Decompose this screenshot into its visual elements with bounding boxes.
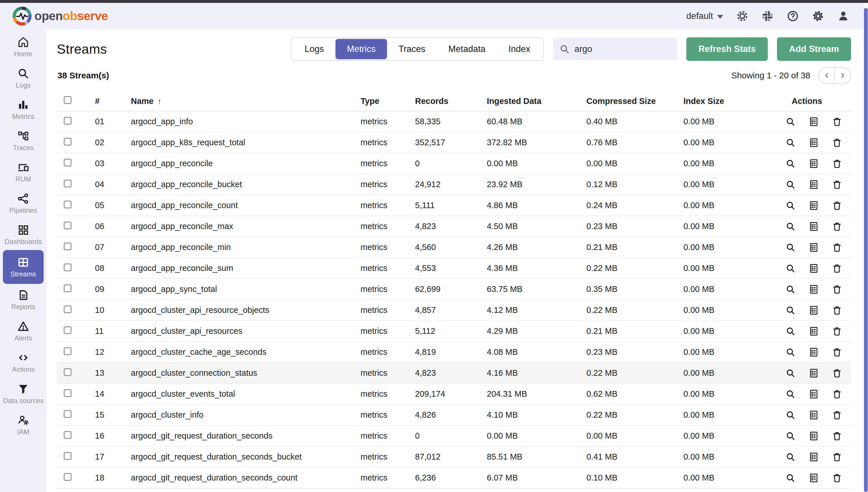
explore-stream-button[interactable]: [785, 347, 796, 358]
stream-schema-button[interactable]: [809, 410, 819, 420]
delete-stream-button[interactable]: [832, 347, 842, 358]
sidebar-item-pipelines[interactable]: Pipelines: [2, 188, 44, 219]
delete-stream-button[interactable]: [832, 179, 842, 190]
delete-stream-button[interactable]: [832, 263, 842, 274]
row-checkbox[interactable]: [64, 410, 72, 418]
row-checkbox[interactable]: [64, 326, 72, 334]
account-button[interactable]: [837, 10, 850, 22]
column-header-name[interactable]: Name↑: [125, 96, 355, 106]
next-page-button[interactable]: [835, 68, 850, 83]
delete-stream-button[interactable]: [832, 242, 842, 253]
tab-metadata[interactable]: Metadata: [437, 39, 497, 59]
sidebar-item-traces[interactable]: Traces: [2, 125, 44, 156]
org-selector-dropdown[interactable]: default: [686, 11, 723, 21]
delete-stream-button[interactable]: [832, 410, 842, 420]
stream-schema-button[interactable]: [809, 431, 819, 441]
row-checkbox[interactable]: [64, 264, 72, 271]
stream-schema-button[interactable]: [809, 368, 819, 378]
delete-stream-button[interactable]: [832, 138, 842, 148]
row-checkbox[interactable]: [64, 159, 72, 167]
stream-schema-button[interactable]: [809, 221, 819, 232]
sidebar-item-dashboards[interactable]: Dashboards: [2, 219, 44, 250]
search-input[interactable]: argo: [553, 38, 677, 60]
stream-schema-button[interactable]: [809, 263, 819, 274]
delete-stream-button[interactable]: [832, 368, 842, 378]
row-checkbox[interactable]: [64, 201, 72, 208]
stream-schema-button[interactable]: [809, 326, 819, 337]
row-checkbox[interactable]: [64, 180, 72, 188]
settings-button[interactable]: [812, 10, 824, 22]
stream-schema-button[interactable]: [809, 158, 819, 169]
stream-schema-button[interactable]: [809, 117, 819, 127]
explore-stream-button[interactable]: [785, 410, 796, 420]
row-checkbox[interactable]: [64, 243, 72, 250]
explore-stream-button[interactable]: [785, 179, 796, 190]
theme-toggle-button[interactable]: [736, 10, 749, 22]
explore-stream-button[interactable]: [785, 368, 796, 378]
stream-schema-button[interactable]: [809, 347, 819, 358]
delete-stream-button[interactable]: [832, 284, 842, 295]
add-stream-button[interactable]: Add Stream: [777, 37, 851, 61]
delete-stream-button[interactable]: [832, 326, 842, 337]
row-checkbox[interactable]: [64, 431, 72, 439]
tab-logs[interactable]: Logs: [293, 39, 335, 59]
explore-stream-button[interactable]: [785, 138, 796, 148]
delete-stream-button[interactable]: [832, 389, 842, 399]
stream-schema-button[interactable]: [809, 452, 819, 462]
sidebar-item-metrics[interactable]: Metrics: [2, 94, 44, 125]
refresh-stats-button[interactable]: Refresh Stats: [686, 37, 768, 61]
scrollbar-thumb[interactable]: [864, 8, 868, 492]
select-all-checkbox[interactable]: [64, 96, 72, 104]
sidebar-item-logs[interactable]: Logs: [2, 62, 44, 94]
tab-metrics[interactable]: Metrics: [336, 39, 387, 59]
sidebar-item-rum[interactable]: RUM: [2, 156, 44, 188]
sidebar-item-data-sources[interactable]: Data sources: [2, 378, 44, 409]
stream-schema-button[interactable]: [809, 200, 819, 211]
row-checkbox[interactable]: [64, 305, 72, 313]
sidebar-item-iam[interactable]: IAM: [2, 409, 44, 440]
stream-schema-button[interactable]: [809, 138, 819, 148]
row-checkbox[interactable]: [64, 452, 72, 460]
explore-stream-button[interactable]: [785, 389, 796, 399]
row-checkbox[interactable]: [64, 389, 72, 397]
stream-schema-button[interactable]: [809, 473, 819, 483]
explore-stream-button[interactable]: [785, 221, 796, 232]
prev-page-button[interactable]: [819, 68, 835, 83]
row-checkbox[interactable]: [64, 117, 72, 125]
tab-traces[interactable]: Traces: [387, 39, 437, 59]
explore-stream-button[interactable]: [785, 473, 796, 483]
row-checkbox[interactable]: [64, 368, 72, 376]
delete-stream-button[interactable]: [832, 305, 842, 316]
explore-stream-button[interactable]: [785, 452, 796, 462]
stream-schema-button[interactable]: [809, 389, 819, 399]
stream-schema-button[interactable]: [809, 284, 819, 295]
page-scrollbar[interactable]: [864, 3, 868, 492]
explore-stream-button[interactable]: [785, 305, 796, 316]
explore-stream-button[interactable]: [785, 158, 796, 169]
help-button[interactable]: [787, 10, 799, 22]
stream-schema-button[interactable]: [809, 242, 819, 253]
sidebar-item-home[interactable]: Home: [2, 31, 44, 62]
delete-stream-button[interactable]: [832, 221, 842, 232]
explore-stream-button[interactable]: [785, 263, 796, 274]
row-checkbox[interactable]: [64, 285, 72, 292]
explore-stream-button[interactable]: [785, 200, 796, 211]
slack-button[interactable]: [761, 10, 774, 22]
explore-stream-button[interactable]: [785, 326, 796, 337]
stream-schema-button[interactable]: [809, 179, 819, 190]
delete-stream-button[interactable]: [832, 473, 842, 483]
delete-stream-button[interactable]: [832, 431, 842, 441]
sidebar-item-streams[interactable]: Streams: [3, 250, 44, 284]
explore-stream-button[interactable]: [785, 242, 796, 253]
delete-stream-button[interactable]: [832, 158, 842, 169]
delete-stream-button[interactable]: [832, 117, 842, 127]
sidebar-item-actions[interactable]: Actions: [2, 346, 44, 378]
row-checkbox[interactable]: [64, 222, 72, 229]
sidebar-item-alerts[interactable]: Alerts: [2, 315, 44, 346]
sidebar-item-reports[interactable]: Reports: [2, 284, 44, 315]
stream-schema-button[interactable]: [809, 305, 819, 316]
explore-stream-button[interactable]: [785, 431, 796, 441]
row-checkbox[interactable]: [64, 138, 72, 146]
row-checkbox[interactable]: [64, 347, 72, 355]
delete-stream-button[interactable]: [832, 200, 842, 211]
